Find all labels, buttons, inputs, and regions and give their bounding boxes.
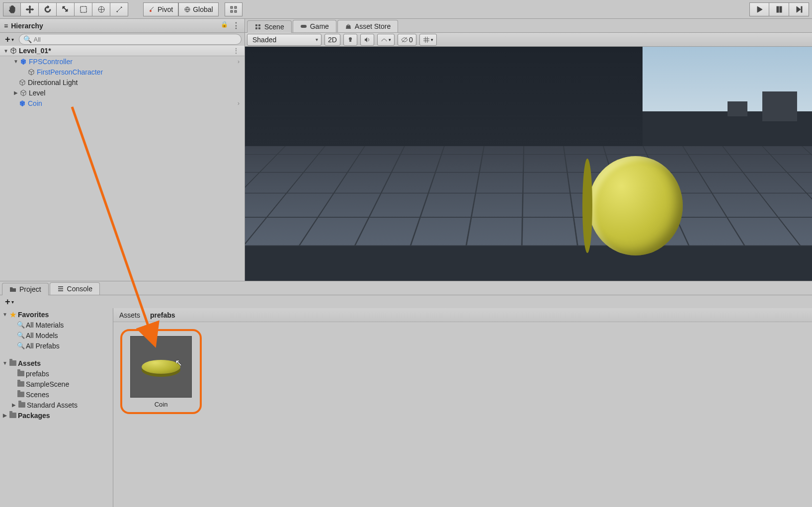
- tab-assetstore[interactable]: Asset Store: [337, 20, 398, 32]
- svg-rect-7: [235, 10, 237, 12]
- folder-icon: [18, 402, 26, 408]
- project-tabs: Project Console: [0, 281, 812, 295]
- annotation-highlight: ↖ Coin: [120, 329, 202, 414]
- open-prefab-icon[interactable]: ›: [238, 100, 240, 107]
- hierarchy-panel: ≡ Hierarchy 🔒 ⋮ + ▾ 🔍 ▼ Level_01* ⋮ ▼: [0, 19, 245, 281]
- mode-2d-label: 2D: [328, 36, 337, 44]
- tab-label: Scene: [264, 23, 284, 31]
- gameobject-outline-icon: [19, 79, 26, 86]
- svg-rect-15: [301, 25, 307, 28]
- folder-item[interactable]: SampleScene: [0, 379, 113, 389]
- toggle-2d[interactable]: 2D: [325, 34, 340, 46]
- asset-label: Coin: [155, 401, 168, 408]
- tab-label: Asset Store: [355, 22, 391, 30]
- crumb-current[interactable]: prefabs: [150, 311, 175, 319]
- coin-object[interactable]: [588, 156, 683, 255]
- scene-menu-icon[interactable]: ⋮: [233, 47, 240, 54]
- toggle-lighting[interactable]: [343, 34, 357, 46]
- rect-tool[interactable]: [75, 2, 92, 16]
- favorite-item[interactable]: 🔍All Models: [0, 330, 113, 340]
- scene-toolbar: Shaded 2D ▾ 0 ▾: [245, 33, 812, 47]
- search-icon: 🔍: [17, 332, 25, 339]
- pivot-toggle[interactable]: Pivot: [143, 2, 178, 16]
- hierarchy-item-level[interactable]: ▶ Level: [0, 87, 244, 98]
- breadcrumb: Assets › prefabs: [113, 308, 812, 322]
- tab-label: Project: [19, 285, 41, 293]
- toggle-fx[interactable]: ▾: [377, 34, 395, 46]
- shading-dropdown[interactable]: Shaded: [247, 34, 322, 46]
- global-toggle[interactable]: Global: [178, 2, 218, 16]
- folder-label: Scenes: [26, 391, 49, 399]
- tab-label: Game: [310, 22, 329, 30]
- svg-rect-0: [81, 6, 86, 12]
- packages-label: Packages: [18, 412, 50, 420]
- transform-tool[interactable]: [92, 2, 110, 16]
- folder-item[interactable]: Scenes: [0, 389, 113, 400]
- assets-label: Assets: [18, 359, 41, 367]
- svg-rect-5: [235, 6, 237, 8]
- folder-icon: [17, 392, 25, 397]
- svg-rect-17: [349, 40, 351, 42]
- folder-icon: [9, 360, 17, 366]
- hidden-count: 0: [409, 36, 413, 44]
- cursor-icon: ↖: [175, 357, 182, 368]
- unity-icon: [10, 47, 17, 54]
- toggle-grid[interactable]: ▾: [419, 34, 437, 46]
- scale-tool[interactable]: [57, 2, 75, 16]
- main-toolbar: Pivot Global: [0, 0, 812, 19]
- rotate-tool[interactable]: [39, 2, 57, 16]
- favorite-item[interactable]: 🔍All Materials: [0, 320, 113, 330]
- pause-button[interactable]: [769, 2, 789, 16]
- svg-rect-11: [255, 24, 257, 26]
- hierarchy-search-input[interactable]: [34, 36, 237, 43]
- hand-tool[interactable]: [3, 2, 21, 16]
- shading-label: Shaded: [252, 36, 276, 44]
- folder-icon: [17, 381, 25, 387]
- hierarchy-item-fpscontroller[interactable]: ▼ FPSController ›: [0, 56, 244, 67]
- assets-header[interactable]: ▼Assets: [0, 358, 113, 368]
- favorites-label: Favorites: [18, 311, 49, 319]
- hierarchy-tree: ▼ Level_01* ⋮ ▼ FPSController › FirstPer…: [0, 46, 244, 281]
- hierarchy-list-icon: ≡: [4, 22, 8, 30]
- folder-icon: [9, 413, 17, 418]
- snap-toggle[interactable]: [225, 2, 243, 16]
- folder-item[interactable]: prefabs: [0, 368, 113, 379]
- tab-label: Console: [67, 285, 92, 293]
- tab-game[interactable]: Game: [293, 20, 336, 32]
- toggle-audio[interactable]: [360, 34, 374, 46]
- asset-item-coin[interactable]: ↖ Coin: [130, 336, 192, 408]
- assets-grid[interactable]: ↖ Coin: [113, 322, 812, 507]
- tab-console[interactable]: Console: [50, 282, 100, 295]
- toggle-hidden[interactable]: 0: [398, 34, 416, 46]
- lock-icon[interactable]: 🔒: [221, 21, 228, 30]
- scene-viewport[interactable]: [245, 47, 812, 281]
- hierarchy-menu-icon[interactable]: ⋮: [232, 21, 241, 30]
- favorite-item[interactable]: 🔍All Prefabs: [0, 340, 113, 351]
- packages-header[interactable]: ▶Packages: [0, 410, 113, 421]
- asset-thumbnail: ↖: [130, 336, 192, 398]
- hierarchy-item-directionallight[interactable]: Directional Light: [0, 77, 244, 87]
- project-create-dropdown[interactable]: + ▾: [3, 296, 16, 308]
- global-label: Global: [193, 5, 213, 13]
- folder-item[interactable]: ▶Standard Assets: [0, 400, 113, 410]
- step-button[interactable]: [789, 2, 809, 16]
- crumb-assets[interactable]: Assets: [119, 311, 140, 319]
- hierarchy-search[interactable]: 🔍: [19, 34, 242, 45]
- project-content: Assets › prefabs ↖ Coin: [113, 308, 812, 507]
- hierarchy-item-coin[interactable]: Coin ›: [0, 98, 244, 108]
- tab-scene[interactable]: Scene: [247, 20, 292, 33]
- gameobject-outline-icon: [28, 69, 35, 76]
- favorites-header[interactable]: ▼★Favorites: [0, 309, 113, 320]
- play-button[interactable]: [749, 2, 769, 16]
- svg-point-2: [150, 10, 152, 12]
- folder-label: SampleScene: [26, 380, 69, 388]
- hierarchy-item-firstpersoncharacter[interactable]: FirstPersonCharacter: [0, 67, 244, 77]
- create-dropdown[interactable]: + ▾: [3, 33, 16, 46]
- project-toolbar: + ▾: [0, 295, 812, 308]
- custom-tool[interactable]: [110, 2, 128, 16]
- open-prefab-icon[interactable]: ›: [238, 58, 240, 65]
- tab-project[interactable]: Project: [2, 283, 49, 295]
- scene-row[interactable]: ▼ Level_01* ⋮: [0, 46, 244, 56]
- move-tool[interactable]: [21, 2, 39, 16]
- svg-rect-6: [231, 10, 233, 12]
